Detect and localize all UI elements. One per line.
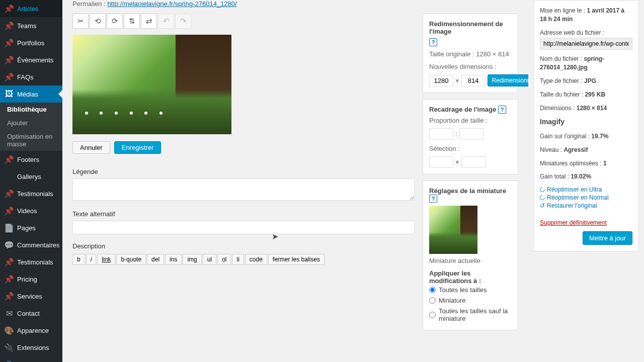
editor-btn-b-quote[interactable]: b-quote — [116, 254, 146, 265]
editor-btn-img[interactable]: img — [183, 254, 201, 265]
menu-icon: 📌 — [4, 21, 14, 31]
filetype: JPG — [584, 77, 596, 84]
alt-input[interactable] — [72, 221, 415, 234]
caption-input[interactable] — [72, 178, 415, 201]
sidebar-item-videos[interactable]: 📌Videos — [0, 202, 62, 219]
undo-icon: ↶ — [158, 14, 174, 29]
help-icon[interactable]: ? — [429, 195, 437, 203]
flip-v-icon[interactable]: ⇅ — [124, 14, 140, 29]
editor-btn-ul[interactable]: ul — [203, 254, 216, 265]
dimensions: 1280 × 814 — [577, 105, 607, 112]
delete-link[interactable]: Supprimer définitivement — [540, 219, 632, 226]
menu-icon: 📌 — [4, 4, 14, 14]
sidebar-item-portfolios[interactable]: 📌Portfolios — [0, 34, 62, 51]
sidebar-sub-item[interactable]: Bibliothèque — [0, 103, 62, 116]
sidebar-item-pricing[interactable]: 📌Pricing — [0, 270, 62, 288]
rotate-right-icon[interactable]: ⟳ — [107, 14, 123, 29]
caption-label: Légende — [72, 168, 415, 175]
sidebar-item-contact[interactable]: ✉Contact — [0, 305, 62, 322]
editor-btn-code[interactable]: code — [245, 254, 267, 265]
sidebar-sub-item[interactable]: Ajouter — [0, 116, 62, 130]
menu-icon: 📌 — [4, 55, 14, 65]
editor-btn-b[interactable]: b — [72, 254, 85, 265]
menu-icon: 💬 — [4, 240, 14, 250]
menu-icon: 🖼 — [4, 89, 14, 99]
alt-label: Texte alternatif — [72, 210, 415, 218]
editor-btn-del[interactable]: del — [147, 254, 164, 265]
sidebar-item-testimonials[interactable]: 📌Testimonials — [0, 185, 62, 202]
height-input[interactable] — [461, 75, 486, 86]
menu-icon: 📌 — [4, 206, 14, 216]
permalink: Permalien : http://melanielavigne.fr/spr… — [72, 0, 518, 8]
editor-btn-i[interactable]: i — [86, 254, 97, 265]
reopt-ultra-link[interactable]: Réoptimiser en Ultra — [540, 186, 632, 193]
thumbnail-preview — [429, 206, 477, 254]
menu-icon: 📌 — [4, 154, 14, 164]
file-url-input[interactable] — [540, 38, 632, 50]
redo-icon: ↷ — [175, 14, 191, 29]
radio-except[interactable] — [429, 312, 436, 318]
permalink-url[interactable]: http://melanielavigne.fr/spring-276014_1… — [107, 0, 236, 8]
sidebar-item-services[interactable]: 📌Services — [0, 288, 62, 305]
sidebar-item-teams[interactable]: 📌Teams — [0, 17, 62, 34]
radio-thumb[interactable] — [429, 297, 436, 304]
save-button[interactable]: Enregistrer — [114, 141, 162, 154]
sidebar-item-articles[interactable]: 📌Articles — [0, 0, 62, 17]
width-input[interactable] — [429, 75, 453, 86]
help-icon[interactable]: ? — [498, 106, 506, 114]
sel-h-input[interactable] — [461, 156, 486, 168]
sidebar-item-footers[interactable]: 📌Footers — [0, 151, 62, 168]
orig-size: Taille originale : 1280 × 814 — [429, 50, 512, 58]
sidebar-item-gallerys[interactable]: Gallerys — [0, 168, 62, 185]
menu-icon: 📌 — [4, 72, 14, 82]
menu-icon: 📌 — [4, 257, 14, 267]
new-dims-label: Nouvelles dimensions : — [429, 63, 512, 70]
menu-icon: ✉ — [4, 308, 14, 318]
ratio-w-input[interactable] — [429, 128, 453, 140]
radio-all[interactable] — [429, 287, 436, 293]
filesize: 295 KB — [585, 91, 605, 98]
sidebar-item-testimonials[interactable]: 📌Testimonials — [0, 253, 62, 270]
menu-icon: 📌 — [4, 274, 14, 284]
sidebar-item-médias[interactable]: 🖼Médias — [0, 85, 62, 103]
menu-icon: 📄 — [4, 223, 14, 233]
editor-btn-ins[interactable]: ins — [165, 254, 182, 265]
sel-w-input[interactable] — [429, 156, 453, 168]
thumbnail-panel: Réglages de la miniature ? Miniature act… — [423, 180, 518, 330]
sidebar-item-pages[interactable]: 📄Pages — [0, 219, 62, 236]
sidebar-item-utilisateurs[interactable]: 👤Utilisateurs — [0, 356, 62, 362]
editor-toolbar: bilinkb-quotedelinsimgulollicodefermer l… — [72, 254, 415, 265]
undo-icon: ↺ — [540, 202, 545, 209]
crop-panel: Recadrage de l'image ? Proportion de tai… — [423, 99, 518, 174]
editor-btn-ol[interactable]: ol — [217, 254, 231, 265]
desc-label: Description — [72, 242, 415, 250]
sidebar-item-commentaires[interactable]: 💬Commentaires — [0, 236, 62, 253]
main-content: Permalien : http://melanielavigne.fr/spr… — [62, 0, 528, 362]
help-icon[interactable]: ? — [429, 38, 437, 46]
menu-icon: 📌 — [4, 189, 14, 199]
editor-btn-fermer les balises[interactable]: fermer les balises — [268, 254, 325, 265]
menu-icon: 👤 — [4, 359, 14, 362]
sidebar-item-extensions[interactable]: 🔌Extensions — [0, 339, 62, 356]
sidebar-item-évènements[interactable]: 📌Évènements — [0, 51, 62, 68]
image-preview[interactable] — [72, 35, 231, 134]
editor-btn-link[interactable]: link — [97, 254, 115, 265]
sidebar-sub-item[interactable]: Optimisation en masse — [0, 130, 62, 151]
sidebar-item-apparence[interactable]: 🎨Apparence — [0, 322, 62, 339]
flip-h-icon[interactable]: ⇄ — [141, 14, 157, 29]
apply-label: Appliquer les modifications à : — [429, 269, 512, 285]
editor-btn-li[interactable]: li — [232, 254, 244, 265]
rotate-left-icon[interactable]: ⟲ — [90, 14, 106, 29]
menu-icon: 📌 — [4, 291, 14, 301]
thumb-current-label: Miniature actuelle — [429, 257, 512, 264]
sidebar-item-faqs[interactable]: 📌FAQs — [0, 68, 62, 85]
restore-link[interactable]: ↺Restaurer l'original — [540, 202, 632, 209]
ratio-h-input[interactable] — [459, 128, 484, 140]
update-button[interactable]: Mettre à jour — [583, 231, 632, 245]
image-toolbar: ✂ ⟲ ⟳ ⇅ ⇄ ↶ ↷ — [72, 14, 415, 29]
resize-button[interactable]: Redimensionner — [488, 74, 528, 86]
reopt-normal-link[interactable]: Réoptimiser en Normal — [540, 194, 632, 201]
crop-icon[interactable]: ✂ — [72, 14, 89, 29]
permalink-label: Permalien : — [72, 0, 106, 8]
cancel-button[interactable]: Annuler — [72, 141, 110, 154]
